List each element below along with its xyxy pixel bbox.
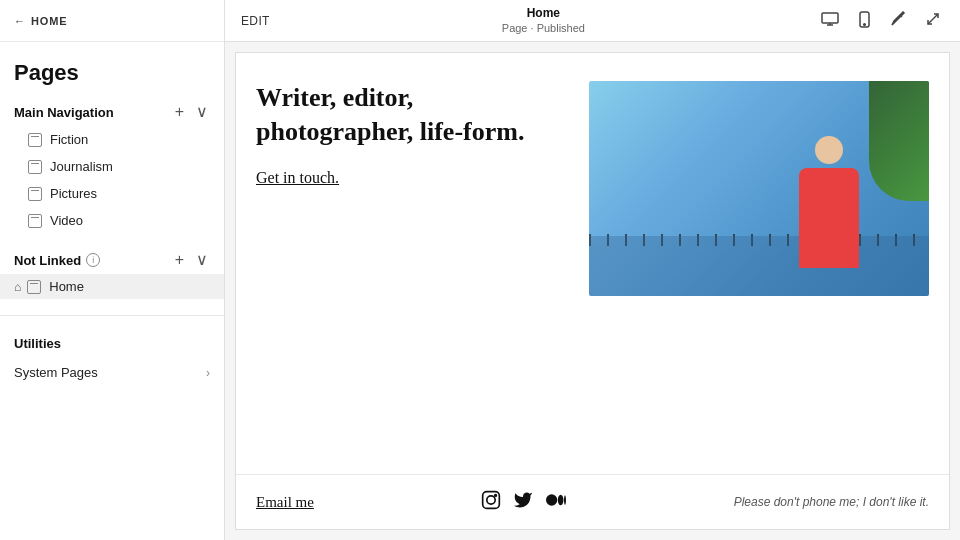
nav-item-fiction-label: Fiction bbox=[50, 132, 88, 147]
hero-section: Writer, editor, photographer, life-form.… bbox=[236, 53, 949, 474]
twitter-icon[interactable] bbox=[513, 490, 533, 515]
medium-icon[interactable] bbox=[545, 490, 567, 515]
edit-label: EDIT bbox=[241, 14, 270, 28]
person-figure bbox=[789, 136, 869, 296]
svg-rect-5 bbox=[482, 491, 499, 508]
nav-item-home[interactable]: ⌂ Home bbox=[0, 274, 224, 299]
not-linked-add-button[interactable]: + bbox=[173, 252, 186, 268]
hero-cta[interactable]: Get in touch. bbox=[256, 169, 556, 187]
system-pages-chevron-icon: › bbox=[206, 366, 210, 380]
desktop-view-icon[interactable] bbox=[817, 8, 843, 33]
nav-item-video-label: Video bbox=[50, 213, 83, 228]
person-head bbox=[815, 136, 843, 164]
not-linked-actions: + ∨ bbox=[173, 252, 210, 268]
main-navigation-header[interactable]: Main Navigation + ∨ bbox=[0, 98, 224, 126]
nav-item-pictures[interactable]: Pictures bbox=[0, 180, 224, 207]
expand-icon[interactable] bbox=[922, 8, 944, 33]
home-house-icon: ⌂ bbox=[14, 280, 21, 294]
sidebar: ← HOME Pages Main Navigation + ∨ Fiction… bbox=[0, 0, 225, 540]
water-decoration bbox=[589, 236, 929, 296]
footer-bar: Email me bbox=[236, 474, 949, 529]
main-navigation-collapse-button[interactable]: ∨ bbox=[194, 104, 210, 120]
top-bar-actions bbox=[817, 7, 944, 35]
home-arrow-icon: ← bbox=[14, 15, 26, 27]
svg-point-7 bbox=[495, 494, 497, 496]
instagram-icon[interactable] bbox=[481, 490, 501, 515]
footer-note: Please don't phone me; I don't like it. bbox=[734, 495, 929, 509]
page-info: Home Page · Published bbox=[502, 6, 585, 36]
main-navigation-add-button[interactable]: + bbox=[173, 104, 186, 120]
trees-decoration bbox=[869, 81, 929, 201]
page-info-status: Page · Published bbox=[502, 21, 585, 35]
nav-item-journalism[interactable]: Journalism bbox=[0, 153, 224, 180]
nav-item-home-label: Home bbox=[49, 279, 84, 294]
social-icons-group bbox=[481, 490, 567, 515]
page-icon-pictures bbox=[28, 187, 42, 201]
hero-headline: Writer, editor, photographer, life-form. bbox=[256, 81, 556, 149]
page-icon-journalism bbox=[28, 160, 42, 174]
pages-title: Pages bbox=[0, 42, 224, 98]
page-icon-home bbox=[27, 280, 41, 294]
page-icon-fiction bbox=[28, 133, 42, 147]
utilities-section: Utilities System Pages › bbox=[0, 324, 224, 386]
utilities-label: Utilities bbox=[0, 332, 224, 359]
top-bar: EDIT Home Page · Published bbox=[225, 0, 960, 42]
hero-photo bbox=[589, 81, 929, 296]
main-navigation-actions: + ∨ bbox=[173, 104, 210, 120]
home-link-label: HOME bbox=[31, 15, 68, 27]
not-linked-info-icon[interactable]: i bbox=[86, 253, 100, 267]
nav-item-pictures-label: Pictures bbox=[50, 186, 97, 201]
footer-email-link[interactable]: Email me bbox=[256, 494, 314, 511]
not-linked-header[interactable]: Not Linked i + ∨ bbox=[0, 246, 224, 274]
system-pages-label: System Pages bbox=[14, 365, 98, 380]
not-linked-collapse-button[interactable]: ∨ bbox=[194, 252, 210, 268]
sidebar-top-bar: ← HOME bbox=[0, 0, 224, 42]
svg-rect-0 bbox=[822, 13, 838, 23]
not-linked-section: Not Linked i + ∨ ⌂ Home bbox=[0, 246, 224, 307]
hero-image-container bbox=[576, 81, 929, 296]
sidebar-divider bbox=[0, 315, 224, 316]
pen-tool-icon[interactable] bbox=[886, 7, 910, 34]
page-icon-video bbox=[28, 214, 42, 228]
hero-text: Writer, editor, photographer, life-form.… bbox=[256, 81, 556, 187]
mobile-view-icon[interactable] bbox=[855, 7, 874, 35]
person-body bbox=[799, 168, 859, 268]
page-info-title: Home bbox=[502, 6, 585, 22]
nav-item-video[interactable]: Video bbox=[0, 207, 224, 234]
nav-item-journalism-label: Journalism bbox=[50, 159, 113, 174]
main-area: EDIT Home Page · Published bbox=[225, 0, 960, 540]
main-navigation-label: Main Navigation bbox=[14, 105, 114, 120]
home-link[interactable]: ← HOME bbox=[14, 15, 67, 27]
page-canvas: Writer, editor, photographer, life-form.… bbox=[235, 52, 950, 530]
not-linked-title-group: Not Linked i bbox=[14, 253, 100, 268]
svg-point-6 bbox=[487, 495, 495, 503]
system-pages-row[interactable]: System Pages › bbox=[0, 359, 224, 386]
main-navigation-section: Main Navigation + ∨ Fiction Journalism P… bbox=[0, 98, 224, 246]
not-linked-label: Not Linked bbox=[14, 253, 81, 268]
nav-item-fiction[interactable]: Fiction bbox=[0, 126, 224, 153]
svg-point-4 bbox=[864, 23, 866, 25]
